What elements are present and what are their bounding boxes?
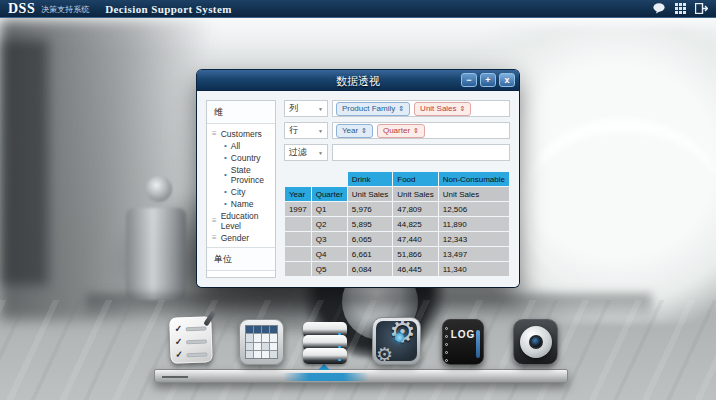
dock-item-webcam[interactable] xyxy=(513,319,558,365)
minimize-button[interactable]: − xyxy=(461,73,477,87)
tree-item-state-province[interactable]: • State Province xyxy=(209,164,273,186)
log-book-icon: LOG xyxy=(442,319,484,365)
maximize-button[interactable]: + xyxy=(480,73,496,87)
dock-item-spreadsheet[interactable] xyxy=(239,319,284,365)
tree-group-education-level[interactable]: ≡ Education Level xyxy=(209,210,273,232)
drag-handle-icon: ≡ xyxy=(212,234,217,242)
column-axis-dropdown[interactable]: 列 ▼ xyxy=(284,100,328,117)
tree-group-label: Customers xyxy=(221,129,262,139)
value-cell: 11,890 xyxy=(439,217,509,231)
quarter-cell: Q5 xyxy=(312,262,347,276)
table-row: 1997 Q1 5,976 47,809 12,506 xyxy=(285,202,509,216)
active-app-glow xyxy=(283,373,369,381)
chevron-down-icon: ▼ xyxy=(318,106,323,112)
bullet-icon: • xyxy=(224,171,227,179)
led-light xyxy=(338,359,341,361)
pill-label: Unit Sales xyxy=(420,105,456,113)
logout-icon[interactable] xyxy=(695,3,708,14)
measure-list: • Unit Sales • Store Cost • Store Sales … xyxy=(207,271,275,278)
dock-item-data-stack[interactable] xyxy=(303,323,347,367)
check-icon: ✓ xyxy=(175,350,183,359)
measure-item-unit-sales[interactable]: • Unit Sales xyxy=(209,275,273,278)
table-row: Q2 5,895 44,825 11,890 xyxy=(285,217,509,231)
dock-bar xyxy=(154,369,568,383)
pill-unit-sales[interactable]: Unit Sales ⇕ xyxy=(414,102,471,116)
filter-row: 过滤 ▼ xyxy=(284,144,510,161)
pivot-table: Drink Food Non-Consumable Year Quarter U… xyxy=(284,171,510,277)
drag-handle-icon: ≡ xyxy=(212,130,217,138)
tree-item-name[interactable]: • Name xyxy=(209,198,273,210)
value-cell: 12,343 xyxy=(439,232,509,246)
grid-icon[interactable] xyxy=(675,3,686,14)
updown-icon: ⇕ xyxy=(361,127,367,134)
tree-item-country[interactable]: • Country xyxy=(209,152,273,164)
dock-item-settings[interactable]: ⚙ ⚙ xyxy=(372,317,421,365)
dock-item-log[interactable]: LOG xyxy=(442,319,484,365)
table-row: Q3 6,065 47,440 12,343 xyxy=(285,232,509,246)
tree-group-customers[interactable]: ≡ Customers xyxy=(209,128,273,140)
pivot-area: 列 ▼ Product Family ⇕ Unit Sales ⇕ xyxy=(284,100,510,278)
tree-item-city[interactable]: • City xyxy=(209,186,273,198)
tree-item-all[interactable]: • All xyxy=(209,140,273,152)
dimensions-header: 维 xyxy=(207,101,275,124)
quarter-cell: Q4 xyxy=(312,247,347,261)
bullet-icon: • xyxy=(220,277,223,278)
dimension-tree: ≡ Customers • All • Country • State Prov… xyxy=(207,124,275,247)
column-axis-label: 列 xyxy=(289,102,298,115)
value-cell: 13,497 xyxy=(439,247,509,261)
year-cell xyxy=(285,262,311,276)
dialog-titlebar[interactable]: 数据透视 − + x xyxy=(197,70,519,91)
dock-item-task-list[interactable]: ✓ ✓ ✓ xyxy=(170,317,216,365)
pill-quarter[interactable]: Quarter ⇕ xyxy=(377,124,425,138)
background-car-headlight xyxy=(146,176,172,202)
row-axis-field[interactable]: Year ⇕ Quarter ⇕ xyxy=(332,122,510,139)
pill-product-family[interactable]: Product Family ⇕ xyxy=(336,102,410,116)
gears-icon: ⚙ ⚙ xyxy=(372,317,421,365)
dss-logo: DSS xyxy=(8,1,35,17)
column-axis-row: 列 ▼ Product Family ⇕ Unit Sales ⇕ xyxy=(284,100,510,117)
log-label: LOG xyxy=(451,329,476,364)
dimension-panel: 维 ≡ Customers • All • Country xyxy=(206,100,276,278)
filter-label: 过滤 xyxy=(289,146,307,159)
measure-header: Unit Sales xyxy=(348,187,392,201)
close-button[interactable]: x xyxy=(499,73,515,87)
measure-label: Unit Sales xyxy=(227,276,266,278)
updown-icon: ⇕ xyxy=(398,105,404,112)
chat-icon[interactable] xyxy=(653,3,666,14)
measure-header: Unit Sales xyxy=(439,187,509,201)
filter-dropdown[interactable]: 过滤 ▼ xyxy=(284,144,328,161)
value-cell: 5,976 xyxy=(348,202,392,216)
check-icon: ✓ xyxy=(175,337,183,346)
tree-item-label: Country xyxy=(231,153,261,163)
webcam-icon xyxy=(513,319,558,365)
dss-logo-chinese: 决策支持系统 xyxy=(41,4,89,15)
col-header-drink: Drink xyxy=(348,172,392,186)
bullet-icon: • xyxy=(224,142,227,150)
tree-group-label: Education Level xyxy=(221,211,270,231)
bullet-icon: • xyxy=(224,200,227,208)
desktop: DSS 决策支持系统 Decision Support System xyxy=(0,0,716,400)
tree-item-label: Name xyxy=(231,199,254,209)
tree-group-label: Gender xyxy=(221,233,249,243)
value-cell: 5,895 xyxy=(348,217,392,231)
tree-item-label: All xyxy=(231,141,240,151)
dock-dash xyxy=(162,376,188,378)
background-car-fender xyxy=(520,118,716,293)
topbar: DSS 决策支持系统 Decision Support System xyxy=(0,0,716,18)
pill-year[interactable]: Year ⇕ xyxy=(336,124,373,138)
tree-group-gender[interactable]: ≡ Gender xyxy=(209,232,273,244)
updown-icon: ⇕ xyxy=(460,105,466,112)
gear-hub xyxy=(395,333,404,342)
blank-cell xyxy=(312,172,347,186)
filter-field[interactable] xyxy=(332,144,510,161)
table-row: Q5 6,084 46,445 11,340 xyxy=(285,262,509,276)
spreadsheet-icon xyxy=(239,319,284,365)
chevron-down-icon: ▼ xyxy=(318,150,323,156)
drag-handle-icon: ≡ xyxy=(212,217,217,225)
row-axis-dropdown[interactable]: 行 ▼ xyxy=(284,122,328,139)
log-strip xyxy=(476,330,480,358)
measures-header: 单位 xyxy=(207,247,275,271)
column-axis-field[interactable]: Product Family ⇕ Unit Sales ⇕ xyxy=(332,100,510,117)
quarter-cell: Q2 xyxy=(312,217,347,231)
value-cell: 44,825 xyxy=(393,217,437,231)
